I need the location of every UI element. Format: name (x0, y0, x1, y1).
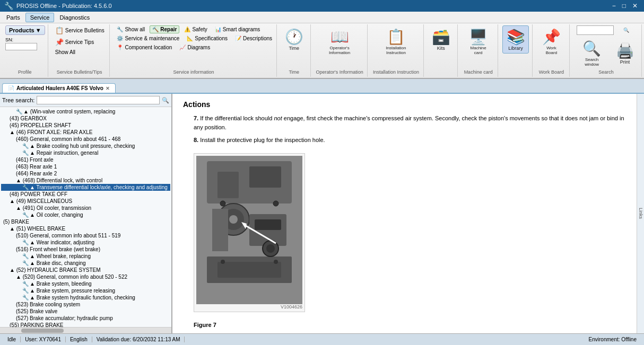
svg-point-13 (266, 244, 275, 253)
products-chevron: ▼ (36, 27, 41, 33)
tab-main[interactable]: 📄 Articulated Haulers A40E FS Volvo ✕ (2, 83, 116, 93)
tree-item[interactable]: (45) PROPELLER SHAFT (1, 122, 170, 129)
h-scrollbar[interactable] (0, 327, 171, 333)
tree-item[interactable]: 🔧▲ Brake system hydraulic function, chec… (1, 294, 170, 301)
tree-item[interactable]: 🔧▲ Brake system, bleeding (1, 280, 170, 287)
tree-item[interactable]: ▲ (49) MISCELLANEOUS (1, 198, 170, 205)
search-input[interactable] (577, 25, 614, 35)
search-icon-button[interactable]: 🔍 (617, 26, 636, 34)
tree-item[interactable]: (464) Rear axle 2 (1, 170, 170, 177)
show-all2-button[interactable]: 🔧 Show all (114, 25, 147, 33)
tree-search-label: Tree search: (2, 97, 34, 103)
descriptions-button[interactable]: 📝 Descriptions (232, 34, 275, 42)
tree-item[interactable]: (527) Brake accumulator; hydraulic pump (1, 315, 170, 322)
tree-item[interactable]: (463) Rear axle 1 (1, 163, 170, 170)
svg-point-16 (220, 201, 225, 206)
close-button[interactable]: ✕ (630, 2, 640, 10)
safety-button[interactable]: ⚠️ Safety (181, 25, 210, 33)
h-scroll-thumb[interactable] (21, 329, 64, 333)
tree-item[interactable]: 🔧▲ Oil cooler, changing (1, 211, 170, 218)
tree-item[interactable]: 🔧▲ Brake system, pressure releasing (1, 287, 170, 294)
search-group-label: Search (574, 69, 638, 75)
machine-card-button[interactable]: 🖥️ Machine card (462, 25, 494, 58)
service-maintenance-button[interactable]: ⚙️ Service & maintenance (114, 34, 182, 42)
products-label: Products (9, 27, 34, 33)
operators-info-button[interactable]: 📖 Operator's Information (315, 25, 364, 58)
specs-icon: 📐 (187, 36, 193, 41)
tree-item[interactable]: (516) Front wheel brake (wet brake) (1, 246, 170, 253)
tree-item[interactable]: (43) GEARBOX (1, 115, 170, 122)
diagrams-button[interactable]: 📈 Diagrams (177, 43, 213, 51)
service-bulletins-icon: 📋 (55, 26, 64, 34)
menu-diagnostics[interactable]: Diagnostics (55, 13, 94, 22)
tree-item[interactable]: 🔧▲ Repair instruction, general (1, 149, 170, 156)
tree-item[interactable]: 🔧▲ Wheel brake, replacing (1, 253, 170, 260)
installation-button[interactable]: 📋 Installation Instruction (372, 25, 420, 58)
kits-button[interactable]: 🗃️ Kits (428, 25, 454, 54)
tree-search-input[interactable] (37, 96, 160, 104)
sn-input[interactable] (5, 43, 37, 50)
repair-icon: 🔨 (152, 26, 159, 32)
figure-label: Figure 7 (194, 322, 216, 328)
figure-image (196, 156, 302, 304)
menu-parts[interactable]: Parts (2, 13, 24, 22)
products-button[interactable]: Products ▼ (5, 25, 45, 35)
figure-container: V1004626 (194, 149, 626, 316)
tab-close-button[interactable]: ✕ (106, 86, 110, 91)
show-all-button[interactable]: Show All (53, 48, 78, 56)
main-layout: Tree search: 🔍 🔧▲ (Win-valve control sys… (0, 94, 644, 333)
tree-item[interactable]: ▲ (491) Oil cooler, transmission (1, 205, 170, 211)
title-bar-controls[interactable]: − □ ✕ (610, 2, 640, 10)
content-item-8: 8. Install the protective plug for the i… (194, 136, 626, 145)
smart-diagrams-button[interactable]: 📊 Smart diagrams (212, 25, 263, 33)
time-button[interactable]: 🕐 Time (281, 25, 307, 54)
tree-item[interactable]: ▲ (468) Differential lock, with control (1, 177, 170, 184)
service-tips-button[interactable]: 📌 Service Tips (53, 37, 107, 47)
search-window-button[interactable]: 🔍 Search window (574, 37, 610, 69)
tree-item[interactable]: 🔧▲ Wear indicator, adjusting (1, 239, 170, 246)
svg-point-19 (274, 260, 278, 264)
tree-item[interactable]: 🔧▲ (Win-valve control system, replacing (1, 108, 170, 115)
work-board-button[interactable]: 📌 Work Board (537, 25, 566, 58)
tree-item[interactable]: ▲ (520) General, common info about 520 -… (1, 273, 170, 280)
search-window-icon: 🔍 (582, 40, 601, 57)
status-environment: Environment: Offline (585, 337, 641, 342)
service-bulletins-button[interactable]: 📋 Service Bulletins (53, 25, 107, 36)
status-validation: Validation due: 6/20/2032 11:13 AM (92, 337, 185, 342)
work-board-group-label: Work Board (537, 69, 566, 75)
repair-button[interactable]: 🔨 Repair (150, 25, 179, 33)
tree-item[interactable]: (461) Front axle (1, 156, 170, 163)
tree-item[interactable]: (523) Brake cooling system (1, 301, 170, 308)
tree-item[interactable]: (525) Brake valve (1, 308, 170, 315)
component-location-button[interactable]: 📍 Component location (114, 43, 175, 51)
tree-item[interactable]: (460) General, common info about 461 - 4… (1, 136, 170, 143)
links-panel[interactable]: Links (637, 94, 644, 333)
specifications-button[interactable]: 📐 Specifications (184, 34, 230, 42)
sb-tips-label: Service Bulletins/Tips (53, 69, 107, 75)
menu-service[interactable]: Service (25, 13, 55, 22)
tree-item[interactable]: 🔧▲ Brake disc, changing (1, 260, 170, 267)
maximize-button[interactable]: □ (620, 2, 628, 10)
library-button[interactable]: 📚 Library (502, 25, 529, 54)
figure-caption: Figure 7 (194, 321, 626, 330)
tree-search-icon[interactable]: 🔍 (162, 97, 169, 104)
tree-item[interactable]: (48) POWER TAKE OFF (1, 191, 170, 198)
links-label: Links (638, 208, 643, 219)
tree-item[interactable]: ▲ (46) FRONT AXLE: REAR AXLE (1, 129, 170, 136)
print-button[interactable]: 🖨️ Print (612, 39, 638, 67)
tree-item[interactable]: 🔧▲ Transverse differential lock/axle, ch… (1, 184, 170, 191)
tree-item[interactable]: 🔧▲ Brake cooling hub unit pressure, chec… (1, 143, 170, 149)
tree-item[interactable]: (5) BRAKE (1, 218, 170, 225)
svg-point-6 (229, 215, 238, 224)
tree-item[interactable]: (510) General, common info about 511 - 5… (1, 232, 170, 239)
tree-item[interactable]: ▲ (52) HYDRAULIC BRAKE SYSTEM (1, 267, 170, 273)
time-icon: 🕐 (285, 28, 303, 46)
time-group-label: Time (281, 69, 307, 75)
search-icon: 🔍 (623, 28, 629, 33)
svg-rect-11 (217, 262, 281, 278)
minimize-button[interactable]: − (610, 2, 618, 10)
item8-num: 8. (194, 137, 198, 143)
title-bar-left: 🔧 PROSIS Offline - Publication: 4.5.6.0 (4, 2, 112, 10)
tree-item[interactable]: (55) PARKING BRAKE (1, 322, 170, 327)
tree-item[interactable]: ▲ (51) WHEEL BRAKE (1, 225, 170, 232)
